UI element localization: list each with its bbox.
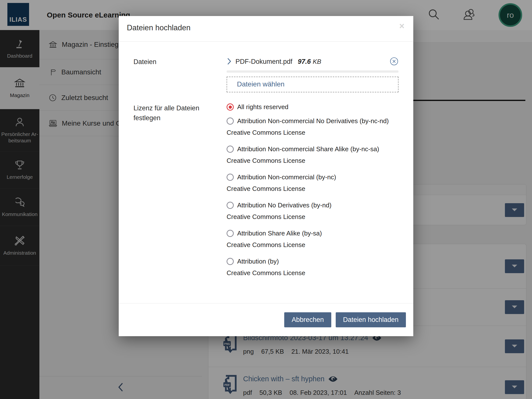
license-form-row: Lizenz für alle Dateien festlegen All ri… [133,103,399,286]
ilias-app: ILIAS Open Source eLearning ro [0,0,532,399]
upload-files-modal: Dateien hochladen × Dateien PDF-Dokument… [119,16,413,336]
license-option-by-nd: Attribution No Derivatives (by-nd) Creat… [227,201,399,221]
license-sublabel: Creative Commons License [227,213,399,221]
modal-header: Dateien hochladen × [119,16,413,42]
radio-button[interactable] [227,202,234,209]
uploaded-file-size: 97.6 [298,58,311,66]
close-icon[interactable]: × [398,21,406,31]
radio-button[interactable] [227,146,234,153]
license-option-by-nc-nd: Attribution Non-commercial No Derivative… [227,117,399,136]
radio-option[interactable]: Attribution Non-commercial No Derivative… [227,117,399,125]
license-label: Lizenz für alle Dateien festlegen [133,103,227,286]
license-sublabel: Creative Commons License [227,129,399,136]
uploaded-file-entry: PDF-Dokument.pdf 97.6 KB [227,57,399,66]
radio-button[interactable] [227,174,234,181]
radio-option[interactable]: Attribution Non-commercial (by-nc) [227,173,399,181]
license-option-by: Attribution (by) Creative Commons Licens… [227,258,399,277]
modal-body: Dateien PDF-Dokument.pdf 97.6 KB [119,42,413,303]
uploaded-file-unit: KB [313,58,321,66]
radio-button[interactable] [227,103,234,111]
radio-button[interactable] [227,117,234,125]
license-sublabel: Creative Commons License [227,157,399,165]
radio-option[interactable]: Attribution (by) [227,258,399,265]
upload-progress-bar [227,70,399,73]
expand-file-chevron[interactable] [227,57,232,66]
license-option-by-sa: Attribution Share Alike (by-sa) Creative… [227,230,399,249]
upload-files-button[interactable]: Dateien hochladen [336,312,406,327]
license-option-by-nc: Attribution Non-commercial (by-nc) Creat… [227,173,399,193]
choose-files-button[interactable]: Dateien wählen [227,77,399,92]
cancel-button[interactable]: Abbrechen [284,312,331,327]
license-options: All rights reserved Attribution Non-comm… [227,103,399,286]
radio-option[interactable]: Attribution Non-commercial Share Alike (… [227,145,399,153]
license-sublabel: Creative Commons License [227,269,399,277]
radio-button[interactable] [227,230,234,237]
license-sublabel: Creative Commons License [227,241,399,249]
radio-button[interactable] [227,258,234,265]
files-form-row: Dateien PDF-Dokument.pdf 97.6 KB [133,57,399,92]
uploaded-file-name: PDF-Dokument.pdf [235,58,292,66]
license-option-by-nc-sa: Attribution Non-commercial Share Alike (… [227,145,399,165]
files-label: Dateien [133,57,227,92]
remove-file-icon[interactable] [390,57,399,66]
license-option-all-rights-reserved: All rights reserved [227,103,399,111]
radio-option[interactable]: Attribution Share Alike (by-sa) [227,230,399,237]
radio-option[interactable]: All rights reserved [227,103,399,111]
license-sublabel: Creative Commons License [227,185,399,193]
radio-option[interactable]: Attribution No Derivatives (by-nd) [227,201,399,209]
modal-footer: Abbrechen Dateien hochladen [119,303,413,336]
modal-title: Dateien hochladen [127,23,191,32]
